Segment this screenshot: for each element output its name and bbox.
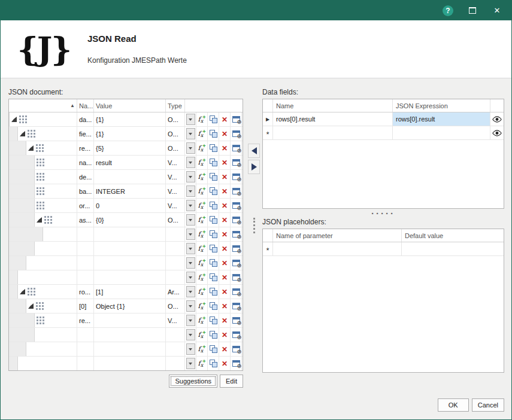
drag-handle-icon[interactable] — [37, 316, 44, 324]
copy-node-button[interactable] — [208, 342, 219, 356]
copy-node-button[interactable] — [208, 127, 219, 141]
node-type-cell[interactable]: O... — [166, 141, 185, 155]
tree-row[interactable]: re...V...fx+✕⚙ — [9, 314, 243, 328]
formula-add-button[interactable]: fx+ — [196, 156, 208, 169]
value-dropdown-button[interactable] — [185, 112, 196, 126]
close-button[interactable]: ✕ — [491, 5, 503, 17]
formula-add-button[interactable]: fx+ — [196, 328, 208, 342]
delete-node-button[interactable]: ✕ — [219, 227, 231, 241]
node-name-cell[interactable] — [77, 328, 94, 342]
drag-handle-icon[interactable] — [37, 159, 44, 166]
node-type-cell[interactable] — [166, 357, 185, 370]
node-value-cell[interactable] — [94, 227, 166, 241]
formula-add-button[interactable]: fx+ — [196, 112, 208, 126]
delete-node-button[interactable]: ✕ — [219, 328, 231, 342]
node-type-cell[interactable]: V... — [166, 156, 185, 169]
tree-row[interactable]: fx+✕⚙ — [9, 227, 243, 242]
node-value-cell[interactable] — [94, 314, 166, 327]
value-dropdown-button[interactable] — [185, 314, 196, 327]
tree-row[interactable]: de...V...fx+✕⚙ — [9, 170, 243, 184]
delete-node-button[interactable]: ✕ — [219, 184, 231, 198]
delete-node-button[interactable]: ✕ — [219, 127, 231, 141]
node-name-cell[interactable] — [77, 357, 94, 370]
default-value-cell[interactable] — [402, 242, 504, 255]
copy-node-button[interactable] — [208, 213, 219, 227]
column-header-field-name[interactable]: Name — [273, 99, 393, 112]
formula-add-button[interactable]: fx+ — [196, 314, 208, 327]
node-settings-button[interactable]: ⚙ — [231, 127, 242, 141]
node-value-cell[interactable]: [1] — [94, 285, 166, 299]
node-type-cell[interactable]: V... — [166, 199, 185, 212]
node-settings-button[interactable]: ⚙ — [231, 199, 242, 212]
node-value-cell[interactable]: 0 — [94, 199, 166, 212]
tree-row[interactable]: na...resultV...fx+✕⚙ — [9, 156, 243, 170]
column-header-value[interactable]: Value — [94, 99, 166, 112]
node-name-cell[interactable]: ro... — [77, 285, 94, 299]
cancel-button[interactable]: Cancel — [472, 398, 504, 412]
tree-row[interactable]: fx+✕⚙ — [9, 242, 243, 256]
node-settings-button[interactable]: ⚙ — [231, 141, 242, 155]
node-settings-button[interactable]: ⚙ — [231, 270, 242, 284]
node-value-cell[interactable] — [94, 170, 166, 184]
value-dropdown-button[interactable] — [185, 227, 196, 241]
node-settings-button[interactable]: ⚙ — [231, 213, 242, 227]
expander-icon[interactable] — [28, 145, 34, 151]
copy-node-button[interactable] — [208, 156, 219, 169]
node-value-cell[interactable] — [94, 242, 166, 255]
value-dropdown-button[interactable] — [185, 285, 196, 299]
node-type-cell[interactable] — [166, 227, 185, 241]
parameter-name-cell[interactable] — [273, 242, 402, 255]
delete-node-button[interactable]: ✕ — [219, 256, 231, 270]
value-dropdown-button[interactable] — [185, 184, 196, 198]
node-value-cell[interactable]: {1} — [94, 127, 166, 141]
field-expression-cell[interactable] — [393, 126, 490, 139]
horizontal-splitter-handle[interactable]: ····· — [262, 211, 504, 217]
node-name-cell[interactable] — [77, 270, 94, 284]
drag-handle-icon[interactable] — [19, 115, 27, 123]
formula-add-button[interactable]: fx+ — [196, 199, 208, 212]
node-value-cell[interactable]: result — [94, 156, 166, 169]
node-type-cell[interactable]: O... — [166, 127, 185, 141]
expander-icon[interactable] — [20, 289, 25, 294]
node-name-cell[interactable] — [77, 256, 94, 270]
node-value-cell[interactable] — [94, 256, 166, 270]
value-dropdown-button[interactable] — [185, 357, 196, 370]
node-type-cell[interactable] — [166, 270, 185, 284]
node-type-cell[interactable]: V... — [166, 184, 185, 198]
node-type-cell[interactable] — [166, 342, 185, 356]
node-settings-button[interactable]: ⚙ — [231, 285, 242, 299]
node-type-cell[interactable] — [166, 256, 185, 270]
delete-node-button[interactable]: ✕ — [219, 242, 231, 255]
value-dropdown-button[interactable] — [185, 127, 196, 141]
node-value-cell[interactable] — [94, 270, 166, 284]
value-dropdown-button[interactable] — [185, 299, 196, 313]
expander-icon[interactable] — [11, 117, 17, 122]
node-settings-button[interactable]: ⚙ — [231, 112, 242, 126]
formula-add-button[interactable]: fx+ — [196, 256, 208, 270]
node-type-cell[interactable] — [166, 242, 185, 255]
node-settings-button[interactable]: ⚙ — [231, 170, 242, 184]
node-name-cell[interactable]: fie... — [77, 127, 94, 141]
node-type-cell[interactable]: O... — [166, 299, 185, 313]
node-value-cell[interactable]: {0} — [94, 213, 166, 227]
formula-add-button[interactable]: fx+ — [196, 227, 208, 241]
node-value-cell[interactable] — [94, 328, 166, 342]
node-value-cell[interactable]: {1} — [94, 112, 166, 126]
formula-add-button[interactable]: fx+ — [196, 213, 208, 227]
copy-node-button[interactable] — [208, 227, 219, 241]
expander-icon[interactable] — [37, 217, 42, 223]
node-type-cell[interactable]: O... — [166, 112, 185, 126]
node-settings-button[interactable]: ⚙ — [231, 357, 242, 370]
node-type-cell[interactable]: V... — [166, 314, 185, 327]
formula-add-button[interactable]: fx+ — [196, 127, 208, 141]
formula-add-button[interactable]: fx+ — [196, 170, 208, 184]
preview-eye-button[interactable] — [490, 112, 504, 126]
drag-handle-icon[interactable] — [44, 216, 52, 224]
delete-node-button[interactable]: ✕ — [219, 112, 231, 126]
drag-handle-icon[interactable] — [37, 202, 44, 209]
tree-row[interactable]: fx+✕⚙ — [9, 357, 243, 370]
node-settings-button[interactable]: ⚙ — [231, 342, 242, 356]
copy-node-button[interactable] — [208, 270, 219, 284]
value-dropdown-button[interactable] — [185, 256, 196, 270]
delete-node-button[interactable]: ✕ — [219, 213, 231, 227]
